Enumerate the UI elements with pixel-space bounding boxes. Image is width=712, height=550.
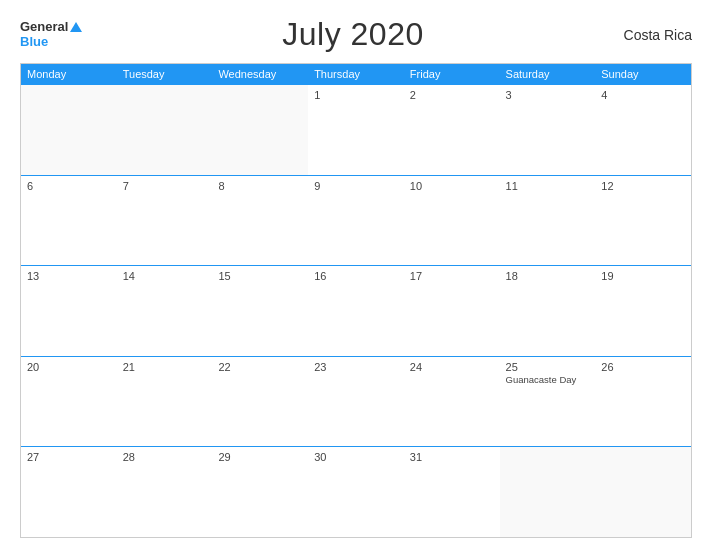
week-5: 27 28 29 30 31 xyxy=(21,446,691,537)
col-friday: Friday xyxy=(404,64,500,84)
cell-w1-thu: 1 xyxy=(308,85,404,175)
cell-w1-mon xyxy=(21,85,117,175)
col-sunday: Sunday xyxy=(595,64,691,84)
cell-w1-fri: 2 xyxy=(404,85,500,175)
cell-w2-thu: 9 xyxy=(308,176,404,266)
cell-w4-wed: 22 xyxy=(212,357,308,447)
cell-w1-sat: 3 xyxy=(500,85,596,175)
cell-w3-mon: 13 xyxy=(21,266,117,356)
logo-triangle-icon xyxy=(70,22,82,32)
month-title: July 2020 xyxy=(282,16,423,53)
cell-w4-thu: 23 xyxy=(308,357,404,447)
guanacaste-day-event: Guanacaste Day xyxy=(506,374,577,385)
week-2: 6 7 8 9 10 11 12 xyxy=(21,175,691,266)
cell-w1-sun: 4 xyxy=(595,85,691,175)
cell-w3-fri: 17 xyxy=(404,266,500,356)
cell-w2-tue: 7 xyxy=(117,176,213,266)
cell-w3-sat: 18 xyxy=(500,266,596,356)
cell-w4-fri: 24 xyxy=(404,357,500,447)
col-wednesday: Wednesday xyxy=(212,64,308,84)
cell-w4-tue: 21 xyxy=(117,357,213,447)
cell-w5-mon: 27 xyxy=(21,447,117,537)
cell-w2-mon: 6 xyxy=(21,176,117,266)
cell-w3-thu: 16 xyxy=(308,266,404,356)
header: General Blue July 2020 Costa Rica xyxy=(20,16,692,53)
calendar-header: Monday Tuesday Wednesday Thursday Friday… xyxy=(21,64,691,84)
cell-w1-wed xyxy=(212,85,308,175)
calendar-body: 1 2 3 4 6 7 8 9 10 11 12 13 14 15 16 xyxy=(21,84,691,537)
col-thursday: Thursday xyxy=(308,64,404,84)
cell-w5-fri: 31 xyxy=(404,447,500,537)
cell-w5-thu: 30 xyxy=(308,447,404,537)
cell-w4-mon: 20 xyxy=(21,357,117,447)
col-saturday: Saturday xyxy=(500,64,596,84)
cell-w3-wed: 15 xyxy=(212,266,308,356)
calendar: Monday Tuesday Wednesday Thursday Friday… xyxy=(20,63,692,538)
col-monday: Monday xyxy=(21,64,117,84)
cell-w3-tue: 14 xyxy=(117,266,213,356)
cell-w5-sun xyxy=(595,447,691,537)
week-1: 1 2 3 4 xyxy=(21,84,691,175)
page: General Blue July 2020 Costa Rica Monday… xyxy=(0,0,712,550)
cell-w5-tue: 28 xyxy=(117,447,213,537)
cell-w5-sat xyxy=(500,447,596,537)
cell-w4-sun: 26 xyxy=(595,357,691,447)
cell-w3-sun: 19 xyxy=(595,266,691,356)
country-label: Costa Rica xyxy=(624,27,692,43)
cell-w5-wed: 29 xyxy=(212,447,308,537)
week-3: 13 14 15 16 17 18 19 xyxy=(21,265,691,356)
cell-w2-sun: 12 xyxy=(595,176,691,266)
logo-blue-text: Blue xyxy=(20,34,48,49)
logo-general-text: General xyxy=(20,20,68,33)
cell-w2-wed: 8 xyxy=(212,176,308,266)
cell-w2-fri: 10 xyxy=(404,176,500,266)
logo: General Blue xyxy=(20,20,82,49)
cell-w1-tue xyxy=(117,85,213,175)
week-4: 20 21 22 23 24 25 Guanacaste Day 26 xyxy=(21,356,691,447)
cell-w2-sat: 11 xyxy=(500,176,596,266)
cell-w4-sat: 25 Guanacaste Day xyxy=(500,357,596,447)
col-tuesday: Tuesday xyxy=(117,64,213,84)
